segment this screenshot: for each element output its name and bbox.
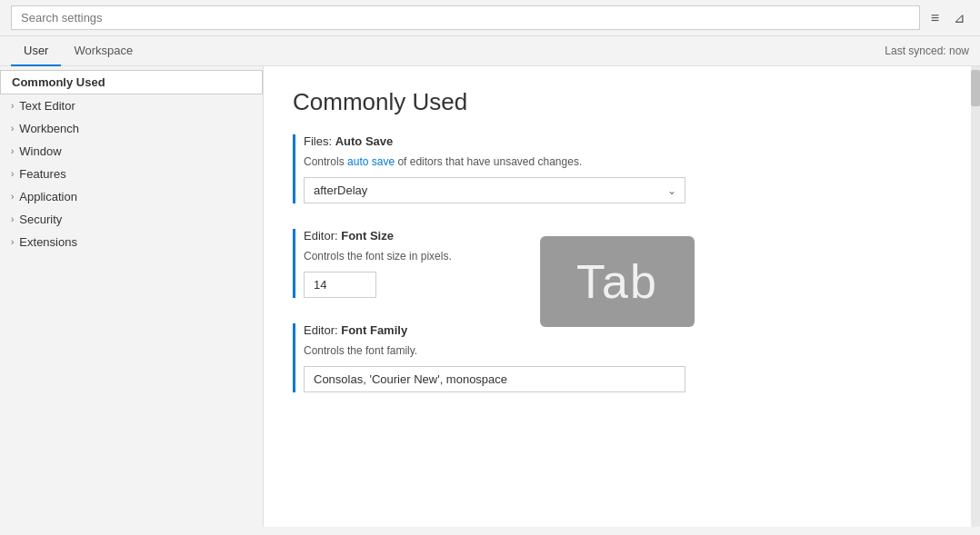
content-title: Commonly Used xyxy=(293,88,942,116)
setting-desc-text: Controls the font family. xyxy=(304,344,417,357)
list-icon: ≡ xyxy=(931,10,939,25)
setting-header-prefix: Files: xyxy=(304,134,335,148)
tabs-left: User Workspace xyxy=(11,36,145,65)
search-bar: ≡ ⊿ xyxy=(0,0,980,36)
setting-editor-font-family: Editor: Font Family Controls the font fa… xyxy=(293,323,942,392)
setting-desc-text: Controls the font size in pixels. xyxy=(304,250,452,263)
setting-header-bold: Font Size xyxy=(341,229,394,243)
setting-header-bold: Font Family xyxy=(341,323,407,337)
scrollbar-track[interactable] xyxy=(971,66,980,527)
clear-search-button[interactable]: ≡ xyxy=(927,8,943,28)
setting-desc-before: Controls xyxy=(304,155,347,168)
setting-header-bold: Auto Save xyxy=(335,134,394,148)
setting-desc-font-family: Controls the font family. xyxy=(304,342,942,359)
sidebar-item-extensions[interactable]: › Extensions xyxy=(0,231,263,253)
auto-save-dropdown[interactable]: off afterDelay afterFocusChange onFocusC… xyxy=(304,177,685,203)
main-layout: Commonly Used › Text Editor › Workbench … xyxy=(0,66,980,527)
tab-workspace[interactable]: Workspace xyxy=(61,36,145,66)
content-area: Commonly Used Files: Auto Save Controls … xyxy=(264,66,971,527)
sidebar-item-workbench[interactable]: › Workbench xyxy=(0,117,263,140)
chevron-right-icon: › xyxy=(11,237,14,247)
setting-editor-font-size: Editor: Font Size Controls the font size… xyxy=(293,229,942,298)
chevron-right-icon: › xyxy=(11,192,14,202)
setting-header-prefix: Editor: xyxy=(304,323,341,337)
chevron-right-icon: › xyxy=(11,169,14,179)
setting-desc-after: of editors that have unsaved changes. xyxy=(395,155,582,168)
sidebar-item-commonly-used[interactable]: Commonly Used xyxy=(0,70,263,94)
tab-overlay: Tab xyxy=(540,236,695,327)
sidebar-item-label: Features xyxy=(19,167,65,181)
sidebar: Commonly Used › Text Editor › Workbench … xyxy=(0,66,264,527)
chevron-right-icon: › xyxy=(11,101,14,111)
auto-save-link[interactable]: auto save xyxy=(347,155,395,168)
sidebar-item-window[interactable]: › Window xyxy=(0,140,263,163)
tab-user[interactable]: User xyxy=(11,36,61,66)
setting-header-auto-save: Files: Auto Save xyxy=(304,134,942,148)
setting-desc-auto-save: Controls auto save of editors that have … xyxy=(304,154,942,170)
sidebar-item-label: Extensions xyxy=(19,235,77,249)
chevron-right-icon: › xyxy=(11,146,14,156)
auto-save-dropdown-wrapper: off afterDelay afterFocusChange onFocusC… xyxy=(304,177,685,203)
sidebar-item-features[interactable]: › Features xyxy=(0,163,263,185)
sidebar-item-label: Window xyxy=(19,144,61,158)
sidebar-item-label: Application xyxy=(19,190,77,203)
sidebar-item-application[interactable]: › Application xyxy=(0,185,263,208)
sidebar-item-text-editor[interactable]: › Text Editor xyxy=(0,94,263,117)
scrollbar-thumb[interactable] xyxy=(971,70,980,106)
sync-status: Last synced: now xyxy=(885,45,969,57)
sidebar-item-label: Workbench xyxy=(19,122,79,135)
chevron-right-icon: › xyxy=(11,214,14,224)
sidebar-item-label: Security xyxy=(19,213,62,226)
sidebar-item-security[interactable]: › Security xyxy=(0,208,263,231)
tab-overlay-text: Tab xyxy=(576,255,658,308)
filter-icon: ⊿ xyxy=(954,10,965,25)
search-input[interactable] xyxy=(11,5,920,30)
font-size-input[interactable] xyxy=(304,272,376,298)
sidebar-item-label: Text Editor xyxy=(19,99,75,113)
setting-header-prefix: Editor: xyxy=(304,229,341,243)
search-actions: ≡ ⊿ xyxy=(927,8,969,28)
sidebar-item-label: Commonly Used xyxy=(12,75,105,89)
chevron-right-icon: › xyxy=(11,124,14,134)
font-family-input[interactable] xyxy=(304,366,685,392)
tabs-bar: User Workspace Last synced: now xyxy=(0,36,980,66)
setting-files-auto-save: Files: Auto Save Controls auto save of e… xyxy=(293,134,942,203)
filter-button[interactable]: ⊿ xyxy=(950,8,969,28)
